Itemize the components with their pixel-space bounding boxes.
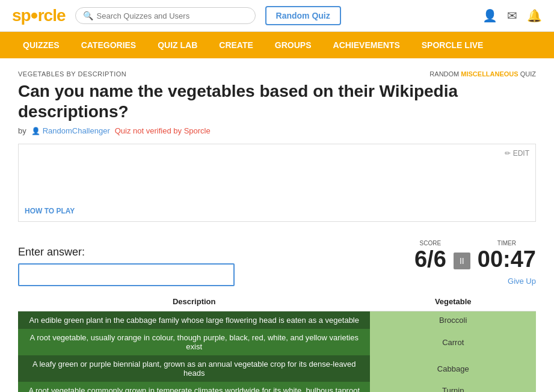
header-icons: 👤 ✉ 🔔: [482, 8, 542, 23]
mail-icon[interactable]: ✉: [507, 8, 517, 23]
pause-icon: II: [460, 256, 464, 266]
search-input[interactable]: [97, 11, 248, 20]
pause-button[interactable]: II: [454, 253, 470, 269]
vegetable-cell: Turnip: [370, 382, 536, 392]
timer-block: TIMER 00:47: [478, 240, 536, 271]
score-block: SCORE 6/6: [414, 240, 446, 271]
quiz-category-label: VEGETABLES BY DESCRIPTION: [18, 70, 126, 78]
site-logo[interactable]: sprcle: [12, 6, 66, 25]
results-table: Description Vegetable An edible green pl…: [18, 292, 536, 392]
nav-item-sporcle-live[interactable]: SPORCLE LIVE: [411, 32, 494, 58]
author-link[interactable]: 👤 RandomChallenger: [31, 126, 110, 135]
by-text: by: [18, 126, 26, 135]
search-icon: 🔍: [83, 11, 93, 20]
nav-item-create[interactable]: CREATE: [208, 32, 264, 58]
bell-icon[interactable]: 🔔: [527, 8, 542, 23]
score-timer-block: SCORE 6/6 II TIMER 00:47 Give Up: [414, 240, 536, 286]
table-row: An edible green plant in the cabbage fam…: [18, 311, 536, 329]
random-misc-label: RANDOM MISCELLANEOUS QUIZ: [429, 70, 536, 78]
give-up-link[interactable]: Give Up: [508, 277, 536, 286]
nav-item-quizzes[interactable]: QUIZZES: [12, 32, 70, 58]
table-header-row: Description Vegetable: [18, 292, 536, 311]
user-icon[interactable]: 👤: [482, 8, 497, 23]
table-row: A root vegetable commonly grown in tempe…: [18, 382, 536, 392]
page-header: sprcle 🔍 Random Quiz 👤 ✉ 🔔: [0, 0, 554, 32]
enter-answer-label: Enter answer:: [18, 246, 402, 259]
answer-section: Enter answer: SCORE 6/6 II TIMER 00:47 G…: [0, 228, 554, 292]
miscellaneous-link[interactable]: MISCELLANEOUS: [461, 70, 518, 78]
logo-dot: [31, 13, 37, 19]
vegetable-cell: Carrot: [370, 329, 536, 355]
col-description-header: Description: [18, 292, 370, 311]
answer-input[interactable]: [18, 263, 235, 286]
pencil-icon: ✏: [505, 149, 511, 158]
vegetable-cell: Cabbage: [370, 355, 536, 382]
random-quiz-button[interactable]: Random Quiz: [265, 6, 341, 25]
vegetable-cell: Broccoli: [370, 311, 536, 329]
quiz-meta-top: VEGETABLES BY DESCRIPTION RANDOM MISCELL…: [18, 70, 536, 78]
not-verified-label: Quiz not verified by Sporcle: [115, 126, 211, 135]
col-vegetable-header: Vegetable: [370, 292, 536, 311]
nav-item-quiz-lab[interactable]: QUIZ LAB: [147, 32, 208, 58]
search-bar[interactable]: 🔍: [75, 7, 256, 24]
quiz-author-line: by 👤 RandomChallenger Quiz not verified …: [18, 126, 536, 135]
nav-item-achievements[interactable]: ACHIEVEMENTS: [322, 32, 411, 58]
score-label: SCORE: [414, 240, 446, 247]
timer-label: TIMER: [478, 240, 536, 247]
score-value: 6/6: [414, 248, 446, 271]
timer-value: 00:47: [478, 248, 536, 271]
description-cell: A leafy green or purple biennial plant, …: [18, 355, 370, 382]
results-table-section: Description Vegetable An edible green pl…: [0, 292, 554, 392]
score-area: SCORE 6/6 II TIMER 00:47: [414, 240, 536, 271]
description-cell: A root vegetable commonly grown in tempe…: [18, 382, 370, 392]
author-name: RandomChallenger: [43, 126, 110, 135]
edit-button[interactable]: ✏ EDIT: [505, 149, 529, 158]
table-row: A leafy green or purple biennial plant, …: [18, 355, 536, 382]
table-row: A root vegetable, usually orange in colo…: [18, 329, 536, 355]
how-to-play-link[interactable]: HOW TO PLAY: [25, 207, 75, 215]
nav-item-categories[interactable]: CATEGORIES: [70, 32, 147, 58]
quiz-title: Can you name the vegetables based on the…: [18, 81, 536, 121]
description-cell: An edible green plant in the cabbage fam…: [18, 311, 370, 329]
answer-left: Enter answer:: [18, 246, 402, 286]
quiz-info-section: VEGETABLES BY DESCRIPTION RANDOM MISCELL…: [0, 58, 554, 228]
author-icon: 👤: [31, 127, 40, 135]
description-cell: A root vegetable, usually orange in colo…: [18, 329, 370, 355]
main-nav: QUIZZES CATEGORIES QUIZ LAB CREATE GROUP…: [0, 32, 554, 58]
quiz-area: ✏ EDIT HOW TO PLAY: [18, 144, 536, 222]
give-up-area: Give Up: [508, 275, 536, 286]
nav-item-groups[interactable]: GROUPS: [264, 32, 322, 58]
